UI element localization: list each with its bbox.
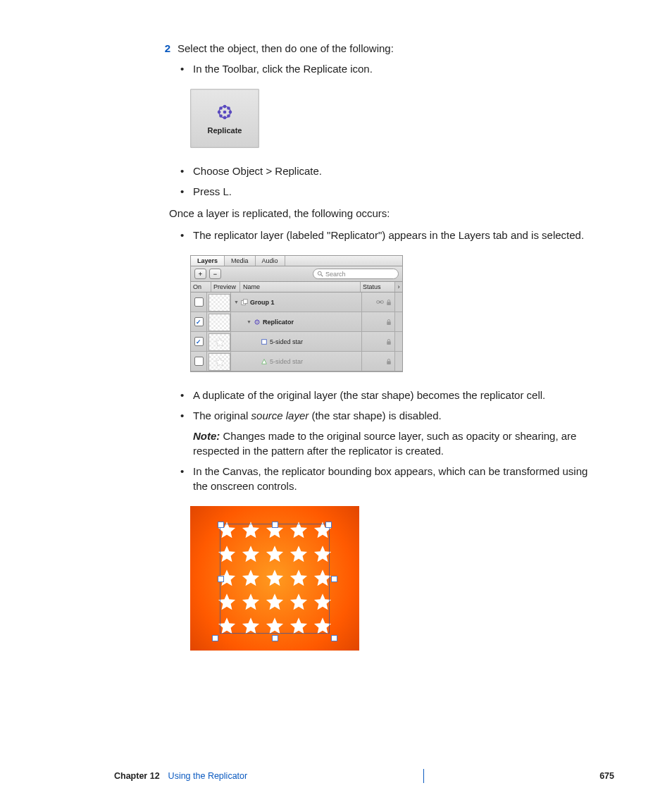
bullet-text: Choose Object > Replicate. <box>193 164 616 178</box>
layer-row-shape-disabled[interactable]: 5-sided star <box>191 352 402 371</box>
shape-icon <box>261 358 268 365</box>
star-icon <box>240 520 261 541</box>
layer-thumbnail <box>209 294 230 312</box>
bullet-text: The original source layer (the star shap… <box>193 408 616 458</box>
replicator-pattern[interactable] <box>215 519 335 639</box>
bullet-marker: • <box>178 408 193 458</box>
star-icon <box>264 592 285 613</box>
star-icon <box>264 616 285 637</box>
star-icon <box>312 520 333 541</box>
tab-audio[interactable]: Audio <box>256 256 285 266</box>
text: (the star shape) is disabled. <box>309 409 441 421</box>
resize-handle[interactable] <box>331 576 337 582</box>
star-icon <box>240 592 261 613</box>
group-icon <box>241 299 248 306</box>
step-number: 2 <box>155 42 170 54</box>
star-icon <box>216 544 237 565</box>
star-icon <box>216 616 237 637</box>
disclosure-triangle-icon[interactable]: ▼ <box>234 300 239 304</box>
text: The original <box>193 409 251 421</box>
star-icon <box>288 568 309 589</box>
star-icon <box>312 616 333 637</box>
star-icon <box>288 544 309 565</box>
footer-divider <box>423 769 424 783</box>
search-placeholder: Search <box>325 271 346 278</box>
col-expand[interactable]: › <box>394 282 402 292</box>
resize-handle[interactable] <box>212 635 218 641</box>
note-text: Changes made to the original source laye… <box>193 430 576 457</box>
star-icon <box>216 592 237 613</box>
layer-name: 5-sided star <box>270 338 303 345</box>
layer-thumbnail <box>209 314 230 331</box>
replicate-toolbar-button[interactable]: Replicate <box>190 89 259 148</box>
chapter-label: Chapter 12 <box>114 771 160 781</box>
chapter-title: Using the Replicator <box>168 771 248 781</box>
tab-layers[interactable]: Layers <box>191 256 225 266</box>
star-icon <box>288 592 309 613</box>
star-icon <box>240 568 261 589</box>
step-text: Select the object, then do one of the fo… <box>178 42 616 54</box>
tab-media[interactable]: Media <box>225 256 256 266</box>
star-icon <box>216 520 237 541</box>
col-header-preview: Preview <box>211 282 240 292</box>
star-icon <box>288 520 309 541</box>
lock-icon <box>386 319 392 326</box>
italic-text: source layer <box>251 409 309 421</box>
disclosure-triangle-icon[interactable]: ▼ <box>247 319 251 324</box>
note-label: Note: <box>193 430 220 442</box>
layer-name: 5-sided star <box>270 358 303 365</box>
star-icon <box>240 616 261 637</box>
layer-checkbox[interactable] <box>194 317 204 326</box>
star-icon <box>216 568 237 589</box>
canvas-preview <box>190 506 359 651</box>
resize-handle[interactable] <box>331 635 337 641</box>
bullet-marker: • <box>178 388 193 402</box>
remove-layer-button[interactable]: − <box>209 269 221 279</box>
star-icon <box>312 592 333 613</box>
link-icon <box>376 299 384 305</box>
bullet-text: The replicator layer (labeled "Replicato… <box>193 228 616 242</box>
layer-thumbnail <box>209 333 230 351</box>
star-icon <box>312 544 333 565</box>
layer-checkbox[interactable] <box>194 297 204 307</box>
bullet-marker: • <box>178 61 193 76</box>
layer-thumbnail <box>209 353 230 371</box>
lock-icon <box>386 299 392 306</box>
layer-row-replicator[interactable]: ▼ Replicator <box>191 312 402 332</box>
replicator-icon <box>254 319 261 326</box>
bullet-marker: • <box>178 184 193 199</box>
bullet-marker: • <box>178 228 193 242</box>
page-number: 675 <box>599 771 614 781</box>
layer-row-group[interactable]: ▼ Group 1 <box>191 292 402 312</box>
lock-icon <box>386 358 392 365</box>
layer-row-shape[interactable]: 5-sided star <box>191 332 402 352</box>
bullet-marker: • <box>178 164 193 178</box>
col-header-status: Status <box>361 282 394 292</box>
add-layer-button[interactable]: + <box>194 269 206 279</box>
layer-name: Group 1 <box>250 299 275 306</box>
star-icon <box>312 568 333 589</box>
page-footer: Chapter 12 Using the Replicator 675 <box>0 769 672 783</box>
layer-checkbox[interactable] <box>194 337 204 346</box>
layers-search-input[interactable]: Search <box>313 269 399 279</box>
bullet-text: In the Canvas, the replicator bounding b… <box>193 464 616 493</box>
bullet-marker: • <box>178 464 193 493</box>
layers-panel: Layers Media Audio + − Search On Preview… <box>190 255 403 372</box>
star-icon <box>264 544 285 565</box>
replicator-icon <box>215 102 235 122</box>
resize-handle[interactable] <box>272 635 278 641</box>
col-header-on: On <box>191 282 211 292</box>
star-icon <box>288 616 309 637</box>
col-header-name: Name <box>240 282 361 292</box>
bullet-text: Press L. <box>193 184 616 199</box>
search-icon <box>317 271 323 277</box>
replicate-button-label: Replicate <box>208 126 242 135</box>
layers-panel-tabs: Layers Media Audio <box>191 256 402 266</box>
star-icon <box>264 520 285 541</box>
shape-icon <box>261 338 268 345</box>
layer-checkbox[interactable] <box>194 357 204 366</box>
bullet-text: In the Toolbar, click the Replicate icon… <box>193 61 616 76</box>
lock-icon <box>386 338 392 345</box>
paragraph: Once a layer is replicated, the followin… <box>169 206 616 221</box>
star-icon <box>240 544 261 565</box>
